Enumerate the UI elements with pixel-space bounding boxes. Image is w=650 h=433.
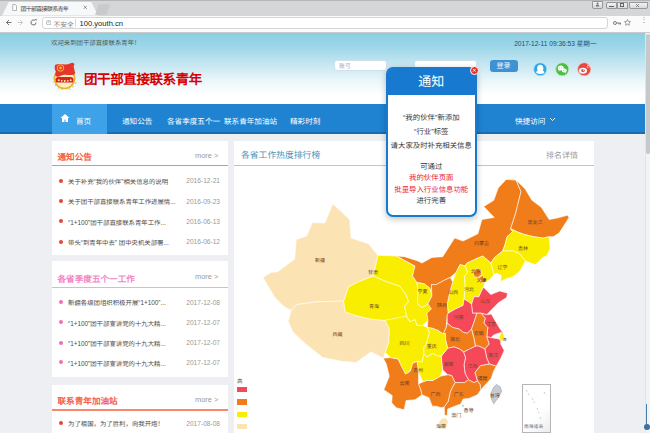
svg-text:海南: 海南 (436, 423, 446, 429)
svg-text:广东: 广东 (454, 391, 464, 397)
svg-text:四川: 四川 (399, 340, 409, 346)
svg-text:内蒙古: 内蒙古 (474, 240, 489, 246)
svg-text:天津: 天津 (476, 277, 486, 283)
svg-text:湖北: 湖北 (450, 336, 460, 342)
svg-text:青海: 青海 (369, 303, 379, 309)
svg-text:北京: 北京 (471, 268, 481, 274)
svg-text:香港: 香港 (463, 407, 473, 413)
svg-text:云南: 云南 (400, 380, 410, 386)
svg-text:河北: 河北 (464, 286, 474, 292)
svg-text:福建: 福建 (477, 375, 487, 381)
svg-text:安徽: 安徽 (474, 330, 484, 336)
svg-text:宁夏: 宁夏 (417, 288, 427, 294)
svg-text:浙江: 浙江 (488, 352, 498, 358)
svg-text:西藏: 西藏 (332, 331, 342, 337)
svg-text:重庆: 重庆 (427, 343, 437, 349)
svg-text:吉林: 吉林 (518, 245, 528, 251)
svg-text:台湾: 台湾 (490, 392, 500, 398)
svg-text:澳门: 澳门 (451, 412, 461, 418)
svg-text:辽宁: 辽宁 (497, 264, 507, 270)
svg-text:江苏: 江苏 (486, 321, 496, 327)
svg-text:甘肃: 甘肃 (368, 269, 378, 275)
svg-text:湖南: 湖南 (444, 361, 454, 367)
svg-text:江西: 江西 (467, 363, 477, 369)
svg-text:陕西: 陕西 (437, 302, 447, 308)
svg-text:黑龙江: 黑龙江 (527, 219, 542, 225)
svg-text:新疆: 新疆 (315, 257, 325, 263)
svg-text:贵州: 贵州 (413, 367, 423, 373)
svg-text:山东: 山东 (480, 298, 490, 304)
svg-text:河南: 河南 (453, 314, 463, 320)
svg-text:山西: 山西 (448, 289, 458, 295)
svg-text:广西: 广西 (430, 391, 440, 397)
svg-text:海: 海 (503, 337, 507, 342)
